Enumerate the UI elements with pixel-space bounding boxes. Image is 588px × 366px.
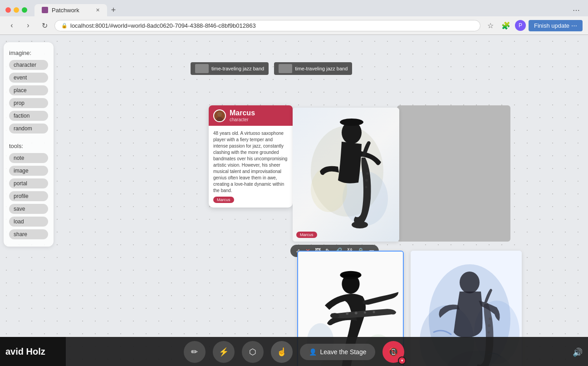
character-description: 48 years old. A virtuoso saxophone playe… [213, 130, 288, 194]
gray-placeholder-box [397, 105, 510, 242]
bookmark-icon[interactable]: ☆ [484, 19, 497, 32]
svg-point-10 [340, 119, 363, 126]
svg-point-19 [330, 313, 339, 318]
svg-point-31 [488, 324, 490, 327]
tool-btn-2[interactable]: ⚡ [213, 341, 235, 363]
user-name-text: avid Holz [5, 346, 45, 357]
top-card-thumb-1 [195, 64, 209, 73]
svg-point-30 [489, 317, 491, 320]
phone-icon: 📵 [388, 347, 398, 357]
tab-bar: Patchwork ✕ + [34, 4, 120, 16]
svg-point-16 [355, 312, 358, 314]
title-bar: Patchwork ✕ + ⋯ [0, 0, 588, 16]
top-card-2[interactable]: time-traveling jazz band [274, 62, 352, 75]
svg-point-0 [217, 112, 222, 116]
new-tab-button[interactable]: + [107, 4, 120, 16]
sidebar-item-event[interactable]: event [9, 73, 48, 83]
sidebar-item-character[interactable]: character [9, 60, 48, 70]
svg-point-18 [373, 311, 375, 313]
active-tab[interactable]: Patchwork ✕ [34, 4, 107, 16]
end-call-wrapper: 📵 ▾ [382, 341, 404, 363]
address-bar[interactable]: 🔒 localhost:8001/#world=world-8adc0620-7… [54, 20, 480, 31]
bottom-name-area: avid Holz [0, 337, 66, 366]
svg-point-1 [216, 117, 223, 122]
lock-icon: 🔒 [61, 23, 68, 29]
svg-point-28 [460, 272, 480, 293]
sidebar: imagine: character event place prop fact… [4, 42, 54, 247]
svg-point-17 [364, 312, 366, 314]
tool-btn-1[interactable]: ✏ [184, 341, 206, 363]
browser-menu-icon[interactable]: ⋯ [570, 4, 583, 16]
browser-chrome: Patchwork ✕ + ⋯ ‹ › ↻ 🔒 localhost:8001/#… [0, 0, 588, 35]
finish-update-button[interactable]: Finish update ⋯ [529, 20, 583, 31]
tab-title: Patchwork [52, 7, 79, 14]
nav-bar: ‹ › ↻ 🔒 localhost:8001/#world=world-8adc… [0, 16, 588, 35]
sidebar-item-save[interactable]: save [9, 204, 48, 214]
nav-actions: ☆ 🧩 P Finish update ⋯ [484, 19, 583, 32]
maximize-traffic-light[interactable] [22, 7, 27, 13]
svg-point-32 [488, 331, 490, 334]
screen-share-icon: ⬡ [249, 347, 256, 357]
leave-stage-label: Leave the Stage [320, 348, 367, 356]
image-card-1[interactable]: Marcus [293, 108, 399, 242]
sidebar-item-portal[interactable]: portal [9, 178, 48, 188]
tool-btn-3[interactable]: ⬡ [242, 341, 264, 363]
character-tag[interactable]: Marcus [213, 197, 234, 203]
character-avatar [213, 109, 226, 122]
sidebar-item-place[interactable]: place [9, 85, 48, 95]
image-tag-label-1: Marcus [300, 232, 314, 237]
bottom-toolbar: avid Holz ✏ ⚡ ⬡ ☝ 👤 Leave the Stage 📵 ▾ … [0, 337, 588, 366]
top-card-label-1: time-traveling jazz band [211, 66, 264, 71]
saxophone-sketch-1 [293, 108, 399, 242]
sidebar-item-prop[interactable]: prop [9, 98, 48, 108]
profile-icon[interactable]: P [515, 20, 526, 31]
svg-point-8 [365, 179, 368, 182]
extensions-icon[interactable]: 🧩 [500, 19, 512, 32]
cursor-icon: ☝ [277, 347, 287, 357]
svg-point-9 [365, 186, 368, 188]
forward-button[interactable]: › [22, 19, 34, 32]
tab-favicon [42, 7, 48, 13]
end-call-dropdown-icon[interactable]: ▾ [398, 356, 406, 365]
sidebar-item-profile[interactable]: profile [9, 191, 48, 201]
top-card-label-2: time-traveling jazz band [295, 66, 348, 71]
character-card[interactable]: Marcus character 48 years old. A virtuos… [209, 105, 293, 208]
app-container: imagine: character event place prop fact… [0, 35, 588, 366]
character-name: Marcus [230, 109, 255, 117]
sidebar-item-random[interactable]: random [9, 124, 48, 134]
sidebar-item-faction[interactable]: faction [9, 111, 48, 121]
finish-update-chevron-icon: ⋯ [571, 22, 577, 29]
close-traffic-light[interactable] [5, 7, 11, 13]
character-card-header: Marcus character [209, 105, 293, 126]
sidebar-item-share[interactable]: share [9, 229, 48, 239]
url-text: localhost:8001/#world=world-8adc0620-709… [70, 22, 256, 29]
svg-point-7 [366, 172, 369, 175]
image-tag-1[interactable]: Marcus [296, 232, 317, 238]
sidebar-item-load[interactable]: load [9, 217, 48, 227]
traffic-lights [5, 7, 27, 13]
tools-label: tools: [9, 143, 48, 149]
character-body: 48 years old. A virtuoso saxophone playe… [209, 126, 293, 208]
svg-rect-14 [340, 274, 361, 277]
svg-point-6 [352, 221, 368, 228]
sidebar-item-image[interactable]: image [9, 166, 48, 176]
leave-stage-person-icon: 👤 [309, 348, 317, 356]
minimize-traffic-light[interactable] [14, 7, 19, 13]
volume-icon[interactable]: 🔊 [573, 347, 583, 357]
lightning-icon: ⚡ [219, 347, 229, 357]
finish-update-label: Finish update [534, 22, 569, 29]
tab-close-icon[interactable]: ✕ [96, 7, 100, 13]
top-card-1[interactable]: time-traveling jazz band [191, 62, 269, 75]
reload-button[interactable]: ↻ [38, 19, 51, 32]
tool-btn-4[interactable]: ☝ [271, 341, 293, 363]
top-card-thumb-2 [279, 64, 292, 73]
top-cards: time-traveling jazz band time-traveling … [191, 62, 352, 75]
character-type: character [230, 117, 255, 122]
imagine-label: imagine: [9, 49, 48, 56]
svg-point-15 [346, 312, 348, 315]
sidebar-item-note[interactable]: note [9, 153, 48, 163]
back-button[interactable]: ‹ [5, 19, 18, 32]
pencil-icon: ✏ [191, 347, 198, 357]
leave-stage-button[interactable]: 👤 Leave the Stage [300, 344, 376, 360]
